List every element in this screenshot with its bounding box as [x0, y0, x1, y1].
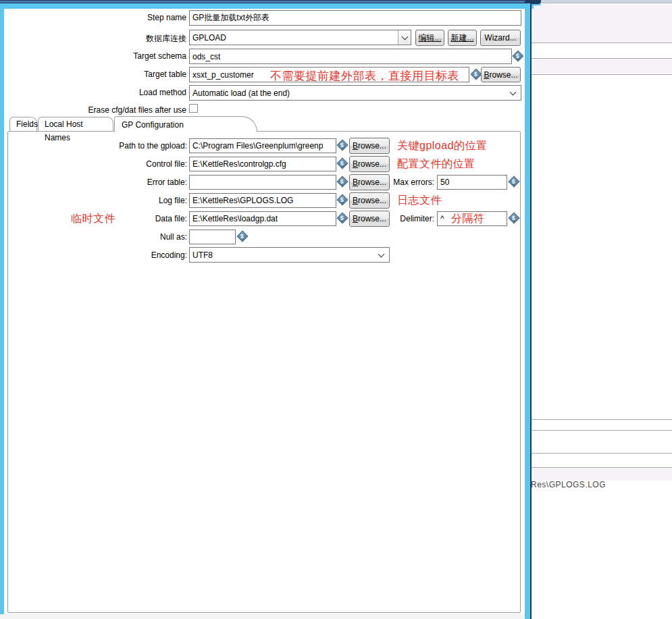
load-method-select[interactable]: Automatic load (at the end) — [189, 85, 521, 101]
window-border — [0, 614, 525, 619]
chevron-down-icon[interactable] — [398, 30, 411, 45]
step-name-input[interactable] — [189, 10, 521, 26]
null-as-input[interactable] — [189, 230, 236, 244]
target-schema-label: Target schema — [0, 51, 186, 61]
chevron-down-icon — [378, 250, 385, 257]
delimiter-annotation: 分隔符 — [451, 212, 485, 226]
background-window-titlebar — [532, 0, 672, 3]
max-errors-label: Max errors: — [325, 178, 434, 187]
background-row — [532, 59, 672, 74]
background-clipped-path-text: Res\GPLOGS.LOG — [531, 480, 672, 489]
separator — [532, 419, 672, 420]
window-border — [525, 3, 530, 619]
load-method-label: Load method — [0, 88, 186, 97]
db-connection-label: 数据库连接 — [0, 33, 186, 45]
path-gpload-annotation: 关键gpload的位置 — [397, 139, 488, 153]
tab-local-host-names[interactable]: Local Host Names — [38, 117, 113, 131]
erase-files-checkbox[interactable] — [189, 104, 198, 113]
max-errors-input[interactable] — [437, 175, 507, 190]
control-file-label: Control file: — [0, 159, 187, 169]
control-file-input[interactable] — [189, 157, 336, 171]
encoding-label: Encoding: — [0, 250, 187, 260]
delimiter-label: Delimiter: — [325, 214, 434, 223]
separator — [532, 43, 672, 43]
window-border — [0, 3, 534, 9]
new-connection-button[interactable]: 新建... — [448, 30, 477, 46]
target-schema-input[interactable] — [189, 49, 512, 64]
background-window — [532, 0, 672, 619]
control-file-annotation: 配置文件的位置 — [397, 157, 475, 171]
load-method-value: Automatic load (at the end) — [190, 88, 511, 98]
separator — [532, 74, 672, 75]
error-table-label: Error table: — [0, 178, 187, 187]
target-table-label: Target table — [0, 70, 186, 79]
db-connection-select[interactable]: GPLOAD — [189, 30, 411, 45]
screenshot-root: Res\GPLOGS.LOG Step name 数据库连接 GPLOAD 编辑… — [0, 0, 672, 619]
error-table-input[interactable] — [189, 175, 336, 190]
control-file-browse-button[interactable]: Browse... — [349, 156, 390, 172]
db-connection-value: GPLOAD — [190, 33, 398, 43]
separator — [532, 430, 672, 431]
log-file-label: Log file: — [0, 196, 187, 205]
log-file-browse-button[interactable]: Browse... — [349, 192, 390, 209]
tab-fields[interactable]: Fields — [9, 117, 37, 131]
path-gpload-input[interactable] — [189, 138, 336, 153]
tab-gp-configuration[interactable]: GP Configuration — [114, 116, 257, 132]
step-name-label: Step name — [0, 13, 186, 22]
encoding-select[interactable]: UTF8 — [189, 247, 390, 263]
background-row — [532, 468, 672, 481]
log-file-input[interactable] — [189, 193, 336, 208]
target-table-browse-button[interactable]: Browse... — [481, 67, 521, 82]
erase-files-label: Erase cfg/dat files after use — [0, 105, 186, 115]
path-gpload-label: Path to the gpload: — [0, 141, 187, 151]
window-border — [530, 3, 532, 619]
chevron-down-icon — [510, 88, 517, 95]
data-file-input[interactable] — [189, 211, 336, 226]
separator — [532, 453, 672, 454]
data-file-label: Data file: — [0, 214, 187, 223]
null-as-label: Null as: — [0, 232, 187, 242]
encoding-value: UTF8 — [190, 250, 379, 260]
target-table-annotation: 不需要提前建外部表，直接用目标表 — [270, 68, 459, 84]
path-gpload-browse-button[interactable]: Browse... — [349, 138, 390, 154]
log-file-annotation: 日志文件 — [397, 194, 442, 208]
edit-connection-button[interactable]: 编辑... — [415, 30, 444, 46]
background-row — [532, 4, 672, 43]
wizard-button[interactable]: Wizard... — [480, 30, 521, 46]
